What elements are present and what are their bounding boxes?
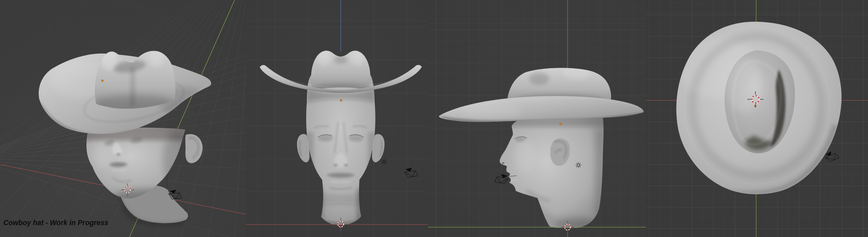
camera-gizmo[interactable] (824, 150, 840, 162)
mannequin-head-front[interactable] (297, 75, 384, 225)
crown-dent (334, 56, 348, 64)
cowboy-hat-top[interactable] (676, 22, 842, 194)
scene-overlay (0, 0, 868, 237)
crown-dent (529, 73, 549, 85)
mannequin-head-side[interactable] (500, 115, 607, 230)
nostril (502, 162, 505, 164)
object-origin-dot (101, 80, 103, 82)
sun-light-gizmo[interactable] (381, 159, 387, 165)
watermark-text: Cowboy hat - Work in Progress (3, 218, 108, 227)
object-origin-dot (340, 99, 342, 101)
perspective-view-content (0, 0, 340, 237)
camera-gizmo[interactable] (495, 174, 508, 184)
side-view-content (428, 0, 646, 237)
top-view-content (646, 0, 868, 237)
front-view-content (246, 0, 428, 231)
cowboy-hat-side[interactable] (439, 66, 644, 124)
object-origin-dot (560, 123, 562, 125)
camera-gizmo[interactable] (404, 167, 418, 178)
screenshot-canvas: Cowboy hat - Work in Progress (0, 0, 868, 237)
